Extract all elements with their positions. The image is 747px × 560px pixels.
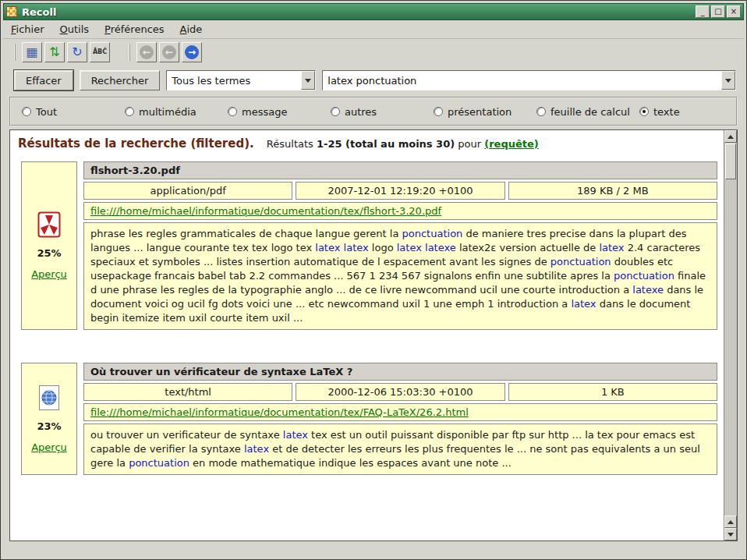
filter-option-feuille-de-calcul[interactable]: feuille de calcul (536, 106, 639, 118)
toolbar: ▦⇅↻ÂBĈ ←←→ (3, 39, 744, 66)
results-scrollbar[interactable] (724, 130, 737, 541)
results-title: Résultats de la recherche (filtered). (18, 136, 254, 151)
radio-icon (536, 107, 546, 116)
search-term-highlight: latexe (632, 284, 664, 296)
result-title: Où trouver un vérificateur de syntaxe La… (83, 363, 717, 381)
search-button[interactable]: Rechercher (80, 70, 161, 90)
menu-outils[interactable]: Outils (60, 23, 90, 35)
menu-fichier[interactable]: Fichier (11, 23, 44, 35)
menu-bar: Fichier Outils Préférences Aide (3, 20, 744, 39)
scroll-up-button[interactable] (724, 130, 737, 143)
result-url-link[interactable]: file:///home/michael/informatique/docume… (90, 205, 441, 217)
minimize-button[interactable]: _ (696, 5, 710, 18)
combo-arrow-button[interactable] (301, 71, 315, 90)
pdf-file-icon (37, 211, 61, 238)
close-button[interactable]: × (727, 5, 741, 18)
window-controls: _ □ × (696, 5, 741, 18)
query-history-arrow-button[interactable] (721, 71, 735, 90)
results-count-prefix: Résultats (267, 138, 313, 150)
filter-option-autres[interactable]: autres (331, 106, 434, 118)
result-url-row: file:///home/michael/informatique/docume… (83, 403, 717, 421)
clear-button[interactable]: Effacer (14, 70, 73, 90)
search-term-highlight: latex (599, 242, 624, 253)
results-table-icon: ▦ (26, 46, 37, 58)
filter-option-message[interactable]: message (228, 106, 331, 118)
maximize-button[interactable]: □ (711, 5, 725, 18)
prev-page-icon: ← (162, 45, 176, 59)
filter-row: Toutmultimédiamessageautresprésentationf… (22, 106, 725, 118)
chevron-down-icon (725, 79, 731, 83)
results-list: 25%Aperçuflshort-3.20.pdfapplication/pdf… (16, 161, 717, 475)
result-size: 1 KB (508, 383, 717, 401)
sort-by-date-button[interactable]: ⇅ (44, 42, 65, 62)
window-title: Recoll (22, 6, 691, 18)
recoll-window: Recoll _ □ × Fichier Outils Préférences … (0, 0, 747, 560)
snippet-text: latex2ε version actuelle de (456, 242, 600, 253)
result-entry: 25%Aperçuflshort-3.20.pdfapplication/pdf… (21, 161, 717, 330)
term-explorer-button[interactable]: ÂBĈ (90, 42, 110, 62)
scrollbar-trough[interactable] (724, 180, 737, 516)
term-explorer-icon: ÂBĈ (93, 49, 107, 55)
filter-option-présentation[interactable]: présentation (434, 106, 536, 118)
search-term-highlight: ponctuation (129, 457, 189, 469)
prev-page-button[interactable]: ← (159, 42, 179, 62)
first-page-button[interactable]: ← (136, 42, 157, 62)
preview-link[interactable]: Aperçu (31, 268, 67, 280)
next-page-button[interactable]: → (182, 42, 202, 62)
search-term-highlight: latex (571, 298, 596, 310)
snippet-text: phrase les regles grammaticales de chaqu… (90, 228, 402, 239)
result-entry: 23%AperçuOù trouver un vérificateur de s… (21, 363, 717, 475)
scroll-down-button[interactable] (724, 528, 737, 541)
result-mime: text/html (83, 383, 292, 401)
filter-option-multimédia[interactable]: multimédia (125, 106, 228, 118)
results-count-pour: pour (458, 138, 481, 150)
search-term-highlight: latex latexe (397, 242, 456, 253)
search-term-highlight: latex (244, 443, 269, 455)
results-count-range: 1-25 (total au moins 30) (317, 138, 455, 150)
radio-icon (22, 107, 31, 116)
filter-label: Tout (36, 106, 57, 118)
search-input[interactable] (323, 75, 721, 87)
scrollbar-thumb[interactable] (725, 144, 736, 179)
first-page-icon: ← (140, 45, 154, 59)
search-term-highlight: ponctuation (551, 256, 611, 268)
query-link[interactable]: (requête) (484, 138, 539, 150)
radio-icon (228, 107, 237, 116)
search-term-highlight: latex latex (315, 242, 368, 253)
search-mode-combo[interactable]: Tous les termes (166, 70, 316, 90)
results-area: Résultats de la recherche (filtered). Ré… (9, 129, 738, 541)
menu-preferences[interactable]: Préférences (104, 23, 164, 35)
result-date: 2000-12-06 15:03:30 +0100 (296, 383, 504, 401)
recoll-app-icon (6, 6, 17, 17)
history-button[interactable]: ↻ (67, 42, 87, 62)
result-main: flshort-3.20.pdfapplication/pdf2007-12-0… (83, 161, 717, 330)
next-page-icon: → (185, 45, 199, 59)
category-filter-frame: Toutmultimédiamessageautresprésentationf… (9, 97, 738, 126)
arrow-down-icon (728, 533, 734, 537)
result-snippet: ou trouver un verificateur de syntaxe la… (83, 424, 717, 475)
filter-option-Tout[interactable]: Tout (22, 106, 125, 118)
titlebar[interactable]: Recoll _ □ × (3, 3, 744, 20)
search-mode-value: Tous les termes (167, 75, 301, 87)
filter-label: autres (345, 106, 377, 118)
toolbar-grip[interactable] (129, 44, 132, 61)
snippet-text: logo (369, 242, 397, 253)
toolbar-grip[interactable] (14, 44, 17, 61)
filter-option-texte[interactable]: texte (639, 106, 680, 118)
result-main: Où trouver un vérificateur de syntaxe La… (83, 363, 717, 475)
result-sidebar: 25%Aperçu (21, 161, 77, 330)
query-combo[interactable] (322, 70, 736, 90)
menu-aide[interactable]: Aide (180, 23, 203, 35)
result-url-link[interactable]: file:///home/michael/informatique/docume… (90, 406, 469, 418)
filter-label: multimédia (139, 106, 196, 118)
preview-link[interactable]: Aperçu (31, 441, 67, 453)
result-url-row: file:///home/michael/informatique/docume… (83, 202, 717, 220)
results-content: Résultats de la recherche (filtered). Ré… (10, 130, 724, 541)
filter-label: feuille de calcul (551, 106, 630, 118)
relevance-percent: 25% (37, 247, 61, 259)
results-table-button[interactable]: ▦ (22, 42, 42, 62)
snippet-text: en mode mathematique indique les espaces… (189, 457, 512, 469)
toolbar-main-group: ▦⇅↻ÂBĈ (9, 41, 112, 63)
search-term-highlight: latex (283, 429, 308, 441)
scroll-up-button-bottom[interactable] (724, 516, 737, 528)
